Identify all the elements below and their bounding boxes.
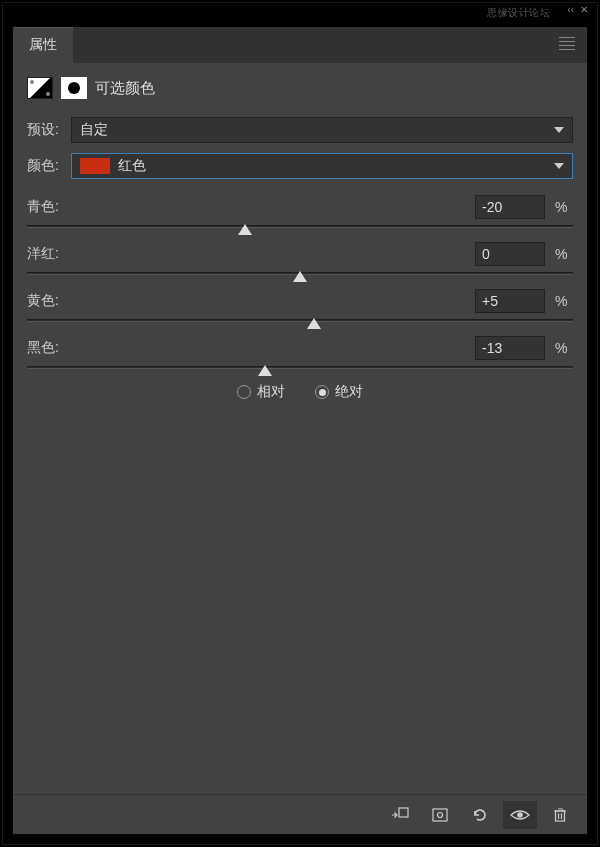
properties-panel: 属性 可选颜色 预设: 自定 颜色: 红色 青色:%洋红:%黄色:%黑色:% [13,27,587,834]
color-value: 红色 [118,157,146,175]
percent-label: % [555,199,573,215]
color-label: 颜色: [27,157,71,175]
color-row: 颜色: 红色 [27,153,573,179]
reset-icon[interactable] [463,801,497,829]
form-area: 预设: 自定 颜色: 红色 青色:%洋红:%黄色:%黑色:% 相对 绝对 [13,111,587,401]
slider-track[interactable] [27,225,573,228]
slider-track[interactable] [27,319,573,322]
slider-label: 黑色: [27,339,475,357]
svg-point-3 [517,812,523,818]
slider-thumb[interactable] [293,271,307,282]
preset-label: 预设: [27,121,71,139]
slider-track[interactable] [27,366,573,369]
radio-relative-label: 相对 [257,383,285,401]
percent-label: % [555,246,573,262]
color-swatch [80,158,110,174]
svg-point-2 [438,812,443,817]
slider-label: 青色: [27,198,475,216]
slider-input[interactable] [475,336,545,360]
percent-label: % [555,293,573,309]
watermark-text: 思缘设计论坛 [487,6,550,20]
svg-rect-4 [556,811,565,821]
slider-input[interactable] [475,195,545,219]
slider-input[interactable] [475,289,545,313]
svg-rect-1 [433,809,447,821]
panel-footer [13,794,587,834]
panel-menu-icon[interactable] [547,27,587,63]
adjustment-header: 可选颜色 [13,63,587,111]
slider-label: 洋红: [27,245,475,263]
radio-absolute[interactable]: 绝对 [315,383,363,401]
preset-select[interactable]: 自定 [71,117,573,143]
slider-track[interactable] [27,272,573,275]
radio-circle [315,385,329,399]
slider-label: 黄色: [27,292,475,310]
preset-value: 自定 [80,121,108,139]
svg-rect-0 [399,808,408,817]
slider-3: 黑色:% [27,330,573,369]
chevron-down-icon [554,127,564,133]
tab-bar: 属性 [13,27,587,63]
selective-color-icon [27,77,53,99]
visibility-icon[interactable] [503,801,537,829]
slider-thumb[interactable] [238,224,252,235]
slider-0: 青色:% [27,189,573,228]
percent-label: % [555,340,573,356]
adjustment-title: 可选颜色 [95,79,155,98]
slider-2: 黄色:% [27,283,573,322]
color-select[interactable]: 红色 [71,153,573,179]
slider-thumb[interactable] [258,365,272,376]
radio-absolute-label: 绝对 [335,383,363,401]
tab-properties[interactable]: 属性 [13,27,73,63]
outer-frame: 属性 可选颜色 预设: 自定 颜色: 红色 青色:%洋红:%黄色:%黑色:% [2,2,598,845]
mask-icon[interactable] [61,77,87,99]
radio-relative[interactable]: 相对 [237,383,285,401]
method-radios: 相对 绝对 [27,383,573,401]
clip-to-layer-icon[interactable] [383,801,417,829]
slider-1: 洋红:% [27,236,573,275]
view-previous-icon[interactable] [423,801,457,829]
slider-thumb[interactable] [307,318,321,329]
radio-circle [237,385,251,399]
chevron-down-icon [554,163,564,169]
slider-input[interactable] [475,242,545,266]
preset-row: 预设: 自定 [27,117,573,143]
trash-icon[interactable] [543,801,577,829]
